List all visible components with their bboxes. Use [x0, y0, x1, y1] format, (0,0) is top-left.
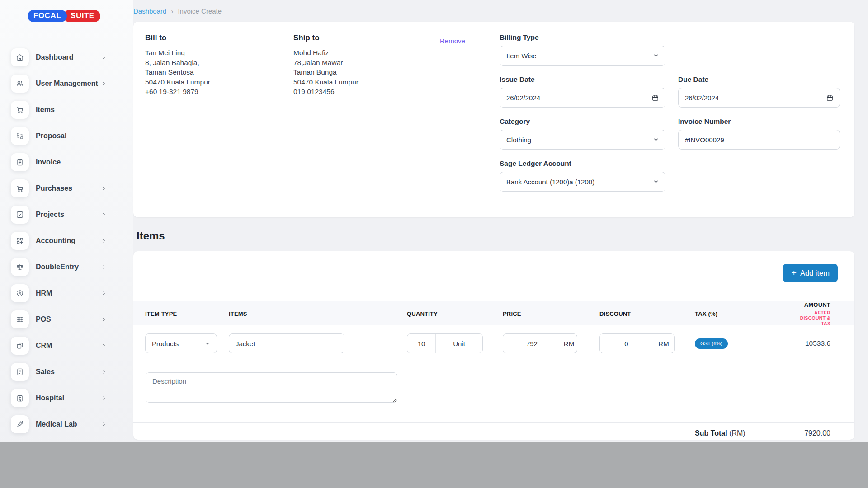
description-textarea[interactable]: [146, 372, 397, 403]
sidebar-item-hospital[interactable]: Hospital: [11, 389, 123, 407]
sidebar-item-label: User Management: [36, 80, 98, 88]
app-window: FOCAL SUITE Dashboard User Management It…: [0, 0, 868, 442]
sidebar-item-label: HRM: [36, 289, 52, 297]
sidebar-item-crm[interactable]: CRM: [11, 337, 123, 355]
logo-focal: FOCAL: [28, 10, 67, 22]
item-type-select[interactable]: Products: [145, 333, 217, 353]
chevron-down-icon: [653, 178, 659, 187]
category-select[interactable]: Clothing: [500, 130, 665, 150]
chevron-right-icon: [102, 263, 106, 271]
items-section-title: Items: [137, 230, 854, 242]
sidebar-item-hrm[interactable]: HRM: [11, 284, 123, 302]
sidebar-item-items[interactable]: Items: [11, 101, 123, 119]
category-label: Category: [500, 117, 665, 126]
issue-date-field: Issue Date: [500, 75, 665, 108]
sidebar-item-user-management[interactable]: User Management: [11, 75, 123, 93]
ship-to-title: Ship to: [293, 33, 402, 42]
invoice-number-input[interactable]: [678, 130, 840, 150]
tax-badge[interactable]: GST (6%): [695, 338, 728, 349]
ship-to-address-line: 78,Jalan Mawar: [293, 58, 402, 68]
sidebar-item-dashboard[interactable]: Dashboard: [11, 48, 123, 66]
sidebar-item-label: Dashboard: [36, 53, 74, 61]
subtotal-row: Sub Total (RM) 7920.00: [133, 422, 854, 440]
breadcrumb-dashboard-link[interactable]: Dashboard: [133, 7, 166, 15]
sidebar-item-label: Items: [36, 106, 55, 114]
sidebar-item-label: Hospital: [36, 394, 64, 402]
bill-to-block: Bill to Tan Mei Ling 8, Jalan Bahagia, T…: [145, 33, 293, 206]
check-square-icon: [11, 206, 29, 224]
subtotal-label: Sub Total (RM): [695, 429, 790, 437]
quantity-input[interactable]: [407, 334, 435, 353]
target-icon: [11, 284, 29, 302]
invoice-icon: [11, 153, 29, 171]
sidebar-item-sales[interactable]: Sales: [11, 363, 123, 381]
sidebar-item-invoice[interactable]: Invoice: [11, 153, 123, 171]
sidebar-item-label: CRM: [36, 342, 52, 350]
sidebar-item-label: Invoice: [36, 158, 61, 166]
chevron-right-icon: [102, 420, 106, 428]
sidebar-item-medical-lab[interactable]: Medical Lab: [11, 415, 123, 433]
sage-ledger-select[interactable]: Bank Account (1200)a (1200): [500, 172, 665, 192]
billing-type-label: Billing Type: [500, 33, 665, 42]
invoice-number-value[interactable]: [679, 130, 840, 149]
sidebar-item-label: Projects: [36, 211, 64, 219]
sidebar-item-doubleentry[interactable]: DoubleEntry: [11, 258, 123, 276]
price-group: RM: [503, 333, 577, 353]
category-field: Category Clothing: [500, 117, 665, 150]
ship-to-block: Ship to Mohd Hafiz 78,Jalan Mawar Taman …: [293, 33, 402, 206]
sidebar-item-projects[interactable]: Projects: [11, 206, 123, 224]
issue-date-label: Issue Date: [500, 75, 665, 84]
chevron-right-icon: [102, 53, 106, 61]
screen: FOCAL SUITE Dashboard User Management It…: [0, 0, 868, 488]
invoice-number-field: Invoice Number: [678, 117, 840, 150]
header-amount: AMOUNT AFTER DISCOUNT & TAX: [790, 301, 840, 326]
price-input[interactable]: [503, 334, 561, 353]
amount-value: 10533.6: [790, 339, 840, 347]
scale-icon: [11, 258, 29, 276]
sidebar-item-proposal[interactable]: Proposal: [11, 127, 123, 145]
discount-input[interactable]: [600, 334, 653, 353]
chevron-right-icon: [102, 289, 106, 297]
subtotal-value: 7920.00: [790, 429, 840, 437]
sage-ledger-field: Sage Ledger Account Bank Account (1200)a…: [500, 160, 665, 192]
document-icon: [11, 363, 29, 381]
hospital-icon: [11, 389, 29, 407]
issue-date-value[interactable]: [500, 88, 665, 107]
sidebar-item-label: Proposal: [36, 132, 66, 140]
chevron-down-icon: [653, 52, 659, 61]
sidebar-item-accounting[interactable]: Accounting: [11, 232, 123, 250]
app-logo: FOCAL SUITE: [28, 10, 133, 22]
add-item-button[interactable]: + Add item: [783, 264, 838, 282]
header-tax: TAX (%): [695, 310, 790, 317]
item-name-input[interactable]: [229, 333, 344, 353]
chevron-right-icon: [102, 237, 106, 245]
sidebar-item-pos[interactable]: POS: [11, 310, 123, 328]
breadcrumb-current: Invoice Create: [178, 7, 222, 15]
cart-icon: [11, 179, 29, 197]
calendar-icon[interactable]: [651, 94, 659, 103]
header-discount: DISCOUNT: [599, 310, 695, 317]
users-icon: [11, 75, 29, 93]
ship-to-phone: 019 0123456: [293, 87, 402, 97]
issue-date-input[interactable]: [500, 88, 665, 108]
header-price: PRICE: [503, 310, 599, 317]
bill-to-name: Tan Mei Ling: [145, 48, 293, 58]
sidebar-item-label: POS: [36, 315, 51, 324]
sidebar: FOCAL SUITE Dashboard User Management It…: [0, 0, 133, 442]
chevron-right-icon: [102, 368, 106, 376]
chevron-down-icon: [204, 340, 211, 348]
billing-type-select[interactable]: Item Wise: [500, 46, 665, 66]
due-date-input[interactable]: [678, 88, 840, 108]
price-currency: RM: [561, 334, 577, 353]
chevron-right-icon: [102, 211, 106, 219]
due-date-value[interactable]: [679, 88, 840, 107]
items-card: + Add item ITEM TYPE ITEMS QUANTITY PRIC…: [133, 251, 854, 440]
bill-to-address-line: 8, Jalan Bahagia,: [145, 58, 293, 68]
calendar-icon[interactable]: [826, 94, 834, 103]
remove-link[interactable]: Remove: [440, 37, 465, 206]
sidebar-item-label: Purchases: [36, 184, 72, 192]
sidebar-item-purchases[interactable]: Purchases: [11, 179, 123, 197]
breadcrumb-separator: ›: [171, 7, 173, 15]
chevron-right-icon: [102, 342, 106, 350]
header-amount-subtext: AFTER DISCOUNT & TAX: [790, 310, 830, 326]
